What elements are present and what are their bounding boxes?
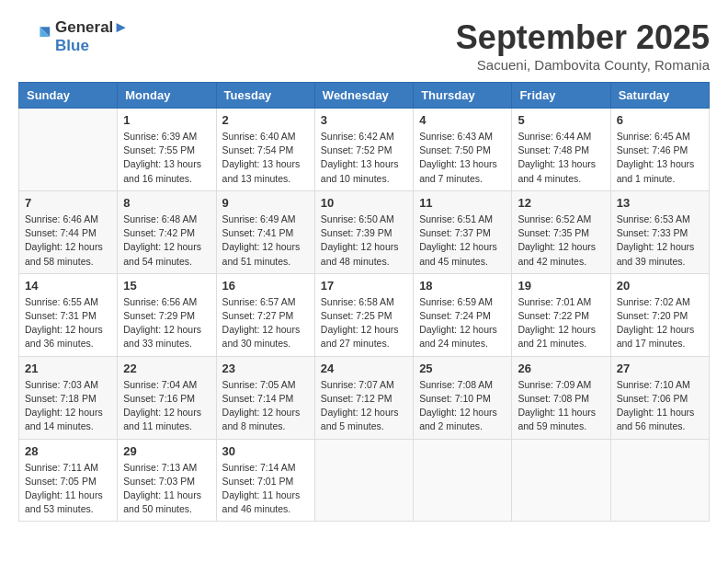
calendar-cell: 6Sunrise: 6:45 AMSunset: 7:46 PMDaylight… (610, 109, 709, 191)
day-number: 27 (617, 362, 703, 375)
sunset-text: Sunset: 7:52 PM (321, 144, 407, 157)
daylight-text: Daylight: 11 hours and 50 minutes. (123, 488, 210, 516)
day-number: 7 (25, 196, 111, 210)
day-info: Sunrise: 7:10 AMSunset: 7:06 PMDaylight:… (617, 378, 703, 434)
day-info: Sunrise: 6:56 AMSunset: 7:29 PMDaylight:… (123, 295, 210, 351)
calendar-cell (19, 109, 118, 191)
sunset-text: Sunset: 7:08 PM (518, 392, 604, 406)
day-number: 14 (25, 279, 111, 293)
day-number: 20 (617, 279, 703, 293)
day-number: 21 (25, 362, 111, 375)
sunset-text: Sunset: 7:01 PM (222, 475, 309, 488)
sunrise-text: Sunrise: 6:56 AM (123, 295, 210, 309)
calendar-cell: 20Sunrise: 7:02 AMSunset: 7:20 PMDayligh… (610, 273, 709, 356)
calendar-cell: 21Sunrise: 7:03 AMSunset: 7:18 PMDayligh… (19, 356, 118, 439)
day-number: 3 (321, 113, 407, 127)
sunset-text: Sunset: 7:10 PM (419, 392, 506, 406)
calendar-cell: 10Sunrise: 6:50 AMSunset: 7:39 PMDayligh… (314, 190, 413, 273)
day-info: Sunrise: 7:14 AMSunset: 7:01 PMDaylight:… (222, 461, 309, 517)
calendar-cell: 17Sunrise: 6:58 AMSunset: 7:25 PMDayligh… (314, 273, 413, 356)
day-number: 6 (617, 113, 703, 127)
sunrise-text: Sunrise: 6:59 AM (419, 295, 506, 309)
day-number: 24 (321, 362, 407, 375)
calendar-cell (314, 439, 413, 522)
daylight-text: Daylight: 12 hours and 39 minutes. (617, 240, 703, 268)
sunset-text: Sunset: 7:37 PM (419, 226, 506, 240)
calendar-week-row: 14Sunrise: 6:55 AMSunset: 7:31 PMDayligh… (19, 273, 710, 356)
day-info: Sunrise: 6:50 AMSunset: 7:39 PMDaylight:… (321, 213, 407, 269)
daylight-text: Daylight: 12 hours and 5 minutes. (321, 406, 407, 433)
sunset-text: Sunset: 7:18 PM (25, 392, 111, 406)
calendar-cell (512, 439, 610, 522)
col-header-sunday: Sunday (19, 83, 118, 109)
day-number: 13 (617, 196, 703, 210)
daylight-text: Daylight: 12 hours and 8 minutes. (222, 406, 309, 433)
day-number: 29 (123, 444, 210, 458)
sunset-text: Sunset: 7:42 PM (123, 226, 210, 240)
sunrise-text: Sunrise: 6:53 AM (617, 213, 703, 226)
sunset-text: Sunset: 7:46 PM (617, 144, 703, 157)
daylight-text: Daylight: 12 hours and 36 minutes. (25, 323, 111, 350)
day-number: 4 (419, 113, 506, 127)
daylight-text: Daylight: 13 hours and 16 minutes. (123, 157, 210, 185)
sunset-text: Sunset: 7:54 PM (222, 144, 309, 157)
calendar-cell: 24Sunrise: 7:07 AMSunset: 7:12 PMDayligh… (314, 356, 413, 439)
calendar-header-row: SundayMondayTuesdayWednesdayThursdayFrid… (19, 83, 710, 109)
sunrise-text: Sunrise: 6:57 AM (222, 295, 309, 309)
day-info: Sunrise: 6:43 AMSunset: 7:50 PMDaylight:… (419, 130, 506, 186)
daylight-text: Daylight: 11 hours and 53 minutes. (25, 488, 111, 516)
day-info: Sunrise: 6:46 AMSunset: 7:44 PMDaylight:… (25, 213, 111, 269)
day-info: Sunrise: 7:05 AMSunset: 7:14 PMDaylight:… (222, 378, 309, 434)
sunrise-text: Sunrise: 6:42 AM (321, 130, 407, 144)
sunrise-text: Sunrise: 6:51 AM (419, 213, 506, 226)
calendar-cell: 16Sunrise: 6:57 AMSunset: 7:27 PMDayligh… (216, 273, 314, 356)
sunset-text: Sunset: 7:25 PM (321, 309, 407, 323)
sunrise-text: Sunrise: 7:02 AM (617, 295, 703, 309)
sunrise-text: Sunrise: 6:48 AM (123, 213, 210, 226)
day-number: 12 (518, 196, 604, 210)
calendar-cell: 26Sunrise: 7:09 AMSunset: 7:08 PMDayligh… (512, 356, 610, 439)
calendar-cell (610, 439, 709, 522)
day-number: 17 (321, 279, 407, 293)
day-number: 15 (123, 279, 210, 293)
sunset-text: Sunset: 7:06 PM (617, 392, 703, 406)
day-info: Sunrise: 7:04 AMSunset: 7:16 PMDaylight:… (123, 378, 210, 434)
day-info: Sunrise: 7:02 AMSunset: 7:20 PMDaylight:… (617, 295, 703, 351)
logo: General► Blue (18, 18, 129, 55)
day-number: 1 (123, 113, 210, 127)
day-info: Sunrise: 6:40 AMSunset: 7:54 PMDaylight:… (222, 130, 309, 186)
daylight-text: Daylight: 12 hours and 27 minutes. (321, 323, 407, 350)
day-info: Sunrise: 7:03 AMSunset: 7:18 PMDaylight:… (25, 378, 111, 434)
sunset-text: Sunset: 7:22 PM (518, 309, 604, 323)
daylight-text: Daylight: 12 hours and 24 minutes. (419, 323, 506, 350)
sunset-text: Sunset: 7:12 PM (321, 392, 407, 406)
day-number: 10 (321, 196, 407, 210)
day-info: Sunrise: 6:49 AMSunset: 7:41 PMDaylight:… (222, 213, 309, 269)
day-number: 8 (123, 196, 210, 210)
sunset-text: Sunset: 7:50 PM (419, 144, 506, 157)
calendar-week-row: 1Sunrise: 6:39 AMSunset: 7:55 PMDaylight… (19, 109, 710, 191)
sunrise-text: Sunrise: 7:04 AM (123, 378, 210, 392)
sunset-text: Sunset: 7:33 PM (617, 226, 703, 240)
col-header-thursday: Thursday (414, 83, 512, 109)
daylight-text: Daylight: 12 hours and 11 minutes. (123, 406, 210, 433)
day-number: 11 (419, 196, 506, 210)
calendar-cell: 15Sunrise: 6:56 AMSunset: 7:29 PMDayligh… (118, 273, 216, 356)
location-subtitle: Sacueni, Dambovita County, Romania (456, 57, 710, 73)
sunrise-text: Sunrise: 6:43 AM (419, 130, 506, 144)
calendar-week-row: 7Sunrise: 6:46 AMSunset: 7:44 PMDaylight… (19, 190, 710, 273)
calendar-week-row: 28Sunrise: 7:11 AMSunset: 7:05 PMDayligh… (19, 439, 710, 522)
day-number: 19 (518, 279, 604, 293)
calendar-cell: 1Sunrise: 6:39 AMSunset: 7:55 PMDaylight… (118, 109, 216, 191)
col-header-wednesday: Wednesday (314, 83, 413, 109)
daylight-text: Daylight: 12 hours and 30 minutes. (222, 323, 309, 350)
day-number: 25 (419, 362, 506, 375)
calendar-cell: 13Sunrise: 6:53 AMSunset: 7:33 PMDayligh… (610, 190, 709, 273)
sunset-text: Sunset: 7:20 PM (617, 309, 703, 323)
day-number: 18 (419, 279, 506, 293)
sunset-text: Sunset: 7:41 PM (222, 226, 309, 240)
calendar-cell: 23Sunrise: 7:05 AMSunset: 7:14 PMDayligh… (216, 356, 314, 439)
sunrise-text: Sunrise: 6:49 AM (222, 213, 309, 226)
sunrise-text: Sunrise: 6:55 AM (25, 295, 111, 309)
day-number: 30 (222, 444, 309, 458)
